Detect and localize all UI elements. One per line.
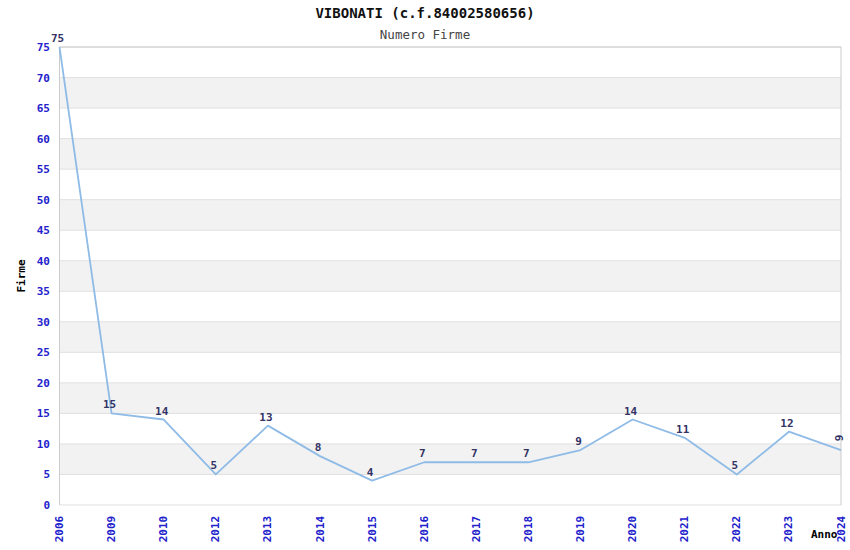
x-tick-label: 2019 xyxy=(574,516,587,543)
data-point-label: 8 xyxy=(315,441,322,454)
data-point-label: 15 xyxy=(103,398,116,411)
data-point-label: 7 xyxy=(523,447,530,460)
y-tick-label: 45 xyxy=(37,224,50,237)
x-tick-label: 2009 xyxy=(105,516,118,543)
y-tick-label: 50 xyxy=(37,194,50,207)
data-point-label: 7 xyxy=(471,447,478,460)
x-tick-label: 2006 xyxy=(53,515,66,542)
y-tick-label: 35 xyxy=(37,285,50,298)
y-tick-label: 40 xyxy=(37,255,50,268)
data-point-label: 7 xyxy=(419,447,426,460)
y-tick-label: 0 xyxy=(43,499,50,512)
y-tick-label: 70 xyxy=(37,72,50,85)
x-tick-label: 2020 xyxy=(626,516,639,543)
x-tick-label: 2012 xyxy=(209,516,222,543)
data-point-label: 14 xyxy=(155,405,169,418)
data-point-label: 9 xyxy=(575,435,582,448)
y-tick-label: 20 xyxy=(37,377,50,390)
y-tick-label: 25 xyxy=(37,346,50,359)
data-point-label: 12 xyxy=(780,417,793,430)
y-tick-label: 5 xyxy=(43,468,50,481)
x-tick-label: 2014 xyxy=(314,515,327,542)
x-tick-label: 2016 xyxy=(418,515,431,542)
data-point-label: 5 xyxy=(731,459,738,472)
plot-band xyxy=(60,444,842,475)
y-tick-label: 30 xyxy=(37,316,50,329)
y-axis-title: Firme xyxy=(15,259,28,292)
data-point-label: 4 xyxy=(367,466,374,479)
x-tick-label: 2010 xyxy=(157,516,170,543)
x-tick-label: 2021 xyxy=(678,515,691,542)
plot-band xyxy=(60,78,842,109)
data-point-label: 13 xyxy=(259,411,272,424)
x-tick-label: 2015 xyxy=(366,516,379,543)
x-tick-label: 2018 xyxy=(522,516,535,543)
x-tick-label: 2013 xyxy=(261,516,274,543)
data-point-label: 14 xyxy=(624,405,638,418)
data-point-label: 11 xyxy=(676,423,690,436)
data-point-label: 5 xyxy=(210,459,217,472)
x-tick-label: 2017 xyxy=(470,516,483,543)
band-layer xyxy=(60,78,842,475)
line-chart: 75151451384777914115129 0510152025303540… xyxy=(0,0,850,550)
x-tick-label: 2023 xyxy=(782,516,795,543)
plot-band xyxy=(60,261,842,292)
y-tick-label: 10 xyxy=(37,438,50,451)
x-tick-label: 2022 xyxy=(730,516,743,543)
y-tick-label: 60 xyxy=(37,133,50,146)
y-tick-label: 15 xyxy=(37,407,50,420)
plot-band xyxy=(60,139,842,170)
plot-band xyxy=(60,383,842,414)
y-tick-label: 65 xyxy=(37,102,50,115)
y-tick-label: 55 xyxy=(37,163,50,176)
data-point-label: 75 xyxy=(51,32,64,45)
plot-band xyxy=(60,200,842,231)
plot-band xyxy=(60,322,842,353)
x-axis-title: Anno xyxy=(811,528,838,541)
data-point-label: 9 xyxy=(834,435,847,442)
y-tick-label: 75 xyxy=(37,41,50,54)
